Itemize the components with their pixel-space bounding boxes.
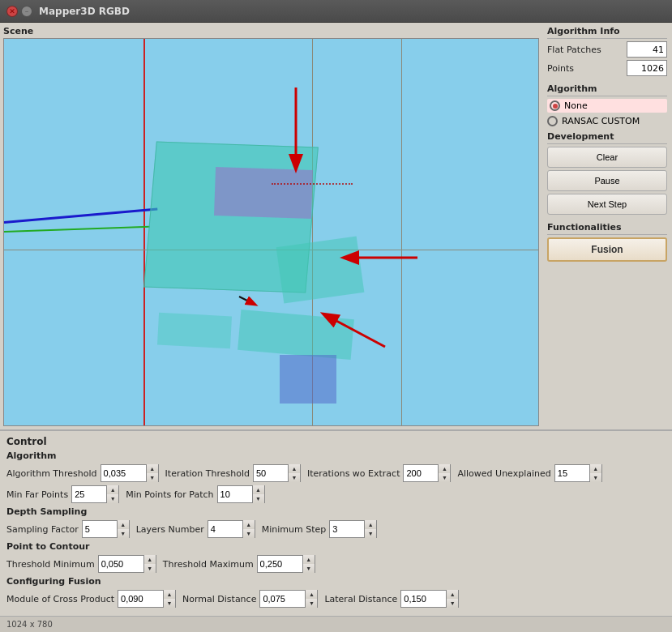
algorithm-option-ransac[interactable]: RANSAC CUSTOM (547, 116, 667, 126)
module-cross-product-input[interactable] (118, 591, 163, 607)
normal-distance-spinbox[interactable]: ▲ ▼ (259, 590, 318, 608)
threshold-maximum-spinbox[interactable]: ▲ ▼ (257, 555, 315, 573)
sampling-factor-up[interactable]: ▲ (118, 520, 129, 529)
layers-number-input[interactable] (208, 521, 242, 537)
threshold-minimum-label: Threshold Minimum (6, 559, 95, 570)
allowed-unexplained-label: Allowed Unexplained (457, 468, 550, 479)
allowed-unexplained-spinbox[interactable]: ▲ ▼ (554, 464, 602, 482)
min-far-points-btns: ▲ ▼ (106, 485, 118, 503)
threshold-minimum-down[interactable]: ▼ (144, 564, 156, 573)
module-cross-product-label: Module of Cross Product (6, 594, 114, 604)
module-cross-product-spinbox[interactable]: ▲ ▼ (118, 590, 176, 608)
gray-vertical-line-2 (401, 39, 402, 425)
layers-number-down[interactable]: ▼ (243, 529, 255, 538)
normal-distance-item: Normal Distance ▲ ▼ (182, 590, 318, 608)
min-points-for-patch-down[interactable]: ▼ (253, 494, 264, 503)
algorithm-threshold-up[interactable]: ▲ (147, 464, 158, 473)
minimum-step-item: Minimum Step ▲ ▼ (262, 520, 378, 538)
layers-number-up[interactable]: ▲ (243, 520, 255, 529)
content-area: Scene (0, 23, 672, 429)
threshold-minimum-up[interactable]: ▲ (144, 555, 156, 564)
depth-sampling-grid: Sampling Factor ▲ ▼ Layers Number ▲ ▼ (6, 520, 666, 538)
minimum-step-spinbox[interactable]: ▲ ▼ (329, 520, 377, 538)
shape-purple (214, 167, 313, 219)
points-label: Points (547, 63, 574, 74)
shape-blue-bottom (280, 355, 336, 404)
normal-distance-input[interactable] (260, 591, 305, 607)
min-points-for-patch-item: Min Points for Patch ▲ ▼ (126, 485, 264, 503)
algorithm-threshold-input[interactable] (101, 465, 146, 481)
min-far-points-spinbox[interactable]: ▲ ▼ (71, 485, 119, 503)
min-points-for-patch-label: Min Points for Patch (126, 489, 213, 500)
algorithm-threshold-item: Algorithm Threshold ▲ ▼ (6, 464, 159, 482)
normal-distance-up[interactable]: ▲ (306, 590, 317, 599)
threshold-minimum-input[interactable] (99, 556, 143, 572)
pause-button[interactable]: Pause (547, 170, 667, 191)
iteration-threshold-up[interactable]: ▲ (289, 464, 300, 473)
configuring-fusion-grid: Module of Cross Product ▲ ▼ Normal Dista… (6, 590, 666, 608)
development-title: Development (547, 131, 667, 144)
lateral-distance-up[interactable]: ▲ (447, 590, 458, 599)
sampling-factor-down[interactable]: ▼ (118, 529, 129, 538)
iterations-wo-extract-input[interactable] (404, 465, 438, 481)
threshold-maximum-up[interactable]: ▲ (303, 555, 315, 564)
module-cross-product-up[interactable]: ▲ (164, 590, 175, 599)
title-bar: ✕ – Mapper3D RGBD (0, 0, 672, 23)
minimum-step-down[interactable]: ▼ (365, 529, 376, 538)
min-far-points-label: Min Far Points (6, 489, 68, 500)
lateral-distance-input[interactable] (401, 591, 446, 607)
allowed-unexplained-item: Allowed Unexplained ▲ ▼ (457, 464, 601, 482)
allowed-unexplained-up[interactable]: ▲ (590, 464, 601, 473)
normal-distance-down[interactable]: ▼ (306, 599, 317, 608)
allowed-unexplained-input[interactable] (555, 465, 589, 481)
algorithm-radio-group: None RANSAC CUSTOM (547, 99, 667, 126)
iterations-wo-extract-spinbox[interactable]: ▲ ▼ (403, 464, 451, 482)
svg-line-4 (239, 297, 255, 305)
min-points-for-patch-up[interactable]: ▲ (253, 485, 264, 494)
min-points-for-patch-btns: ▲ ▼ (252, 485, 264, 503)
min-points-for-patch-spinbox[interactable]: ▲ ▼ (217, 485, 265, 503)
threshold-minimum-spinbox[interactable]: ▲ ▼ (98, 555, 156, 573)
iteration-threshold-input[interactable] (254, 465, 288, 481)
allowed-unexplained-down[interactable]: ▼ (590, 473, 601, 482)
algorithm-option-none[interactable]: None (547, 99, 667, 113)
layers-number-label: Layers Number (136, 524, 204, 535)
algorithm-threshold-spinbox[interactable]: ▲ ▼ (101, 464, 159, 482)
clear-button[interactable]: Clear (547, 147, 667, 168)
point-to-contour-title: Point to Contour (6, 541, 666, 552)
module-cross-product-down[interactable]: ▼ (164, 599, 175, 608)
layers-number-spinbox[interactable]: ▲ ▼ (208, 520, 255, 538)
threshold-maximum-down[interactable]: ▼ (303, 564, 315, 573)
min-far-points-input[interactable] (72, 486, 106, 502)
algorithm-threshold-down[interactable]: ▼ (147, 473, 158, 482)
min-far-points-down[interactable]: ▼ (107, 494, 118, 503)
algorithm-threshold-btns: ▲ ▼ (146, 464, 158, 482)
threshold-minimum-item: Threshold Minimum ▲ ▼ (6, 555, 156, 573)
algorithm-info-section: Algorithm Info Flat Patches 41 Points 10… (547, 26, 667, 79)
min-far-points-up[interactable]: ▲ (107, 485, 118, 494)
algorithm-info-title: Algorithm Info (547, 26, 667, 39)
iterations-wo-extract-down[interactable]: ▼ (439, 473, 450, 482)
iteration-threshold-down[interactable]: ▼ (289, 473, 300, 482)
module-cross-product-item: Module of Cross Product ▲ ▼ (6, 590, 176, 608)
sampling-factor-spinbox[interactable]: ▲ ▼ (82, 520, 130, 538)
sampling-factor-input[interactable] (83, 521, 117, 537)
next-step-button[interactable]: Next Step (547, 194, 667, 215)
iteration-threshold-spinbox[interactable]: ▲ ▼ (253, 464, 301, 482)
iteration-threshold-label: Iteration Threshold (165, 468, 250, 479)
lateral-distance-down[interactable]: ▼ (447, 599, 458, 608)
fusion-button[interactable]: Fusion (547, 237, 667, 262)
minimum-step-input[interactable] (330, 521, 364, 537)
minimum-step-up[interactable]: ▲ (365, 520, 376, 529)
shape-teal-bottom (238, 310, 354, 360)
lateral-distance-spinbox[interactable]: ▲ ▼ (400, 590, 459, 608)
radio-dot-ransac (547, 116, 558, 126)
threshold-maximum-input[interactable] (258, 556, 302, 572)
close-button[interactable]: ✕ (6, 6, 18, 17)
normal-distance-label: Normal Distance (182, 594, 256, 604)
threshold-maximum-btns: ▲ ▼ (302, 555, 315, 573)
iterations-wo-extract-up[interactable]: ▲ (439, 464, 450, 473)
min-points-for-patch-input[interactable] (218, 486, 252, 502)
minimize-button[interactable]: – (21, 6, 32, 17)
scene-canvas[interactable] (3, 38, 539, 426)
